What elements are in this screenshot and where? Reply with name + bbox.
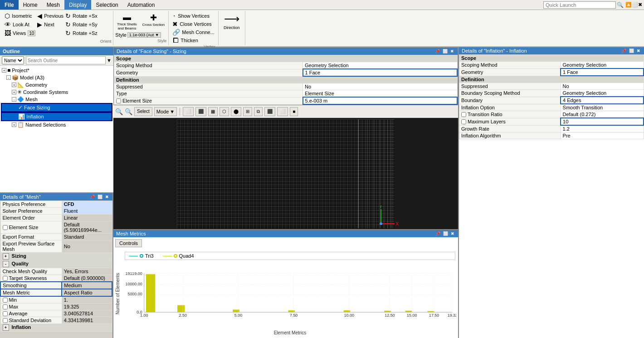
transition-checkbox[interactable] <box>461 112 466 117</box>
ribbon-show-vertices[interactable]: ⬝ Show Vertices <box>171 12 210 20</box>
ribbon-cross-section-btn[interactable]: ✚ Cross Section <box>140 12 166 28</box>
face-sizing-elem-size-checkbox[interactable] <box>116 98 121 103</box>
element-size-value[interactable]: Default (5.590169944e... <box>62 221 112 234</box>
icon-btn-8[interactable]: ⬛ <box>264 107 275 116</box>
zoom-in-icon[interactable]: 🔍 <box>115 108 123 115</box>
mode-dropdown[interactable]: Mode ▼ <box>154 107 177 116</box>
inflation-suppressed-value[interactable]: No <box>561 83 644 90</box>
physics-pref-value[interactable]: CFD <box>62 201 112 208</box>
zoom-out-icon[interactable]: 🔍 <box>125 108 132 115</box>
tree-item-project[interactable]: + ■ Project* <box>1 67 112 74</box>
ribbon-thick-shells-btn[interactable]: ▬ Thick Shells and Beams <box>115 12 138 31</box>
min-checkbox[interactable] <box>3 298 8 303</box>
max-value[interactable]: 19.325 <box>62 304 112 310</box>
ribbon-previous[interactable]: ◀ Previous <box>36 12 64 20</box>
sizing-collapse-btn[interactable]: + <box>3 253 9 260</box>
menu-selection[interactable]: Selection <box>91 0 122 10</box>
mesh-expand[interactable]: - <box>12 97 16 102</box>
model-expand[interactable]: - <box>6 75 11 80</box>
ribbon-next[interactable]: ▶ Next <box>36 20 64 29</box>
inflation-boundary-value[interactable]: 4 Edges <box>561 97 644 104</box>
mesh-metrics-pin[interactable]: 📌 <box>434 231 441 236</box>
target-skewness-value[interactable]: Default (0.900000) <box>62 275 112 282</box>
ribbon-look-at[interactable]: 👁 Look At <box>4 20 36 29</box>
menu-mesh[interactable]: Mesh <box>42 0 64 10</box>
mesh-metric-value[interactable]: Aspect Ratio <box>62 289 112 296</box>
restore-icon[interactable]: ⬜ <box>632 2 638 8</box>
export-format-value[interactable]: Standard <box>62 234 112 240</box>
ribbon-close-vertices[interactable]: ✖ Close Vertices <box>171 20 212 28</box>
tree-item-named-sel[interactable]: + 📋 Named Selections <box>1 121 112 128</box>
icon-btn-10[interactable]: ■ <box>290 107 298 116</box>
face-sizing-geo-value[interactable]: 1 Face <box>303 69 457 76</box>
quick-launch-input[interactable] <box>543 1 616 9</box>
named-sel-expand[interactable]: + <box>12 122 16 127</box>
quality-collapse-btn[interactable]: - <box>3 261 9 267</box>
tree-item-inflation[interactable]: 📊 Inflation <box>1 112 112 121</box>
solver-pref-value[interactable]: Fluent <box>62 208 112 215</box>
ribbon-mesh-connections[interactable]: 🔗 Mesh Conne... <box>171 28 215 36</box>
inflation-growth-value[interactable]: 1.2 <box>561 125 644 132</box>
target-skewness-checkbox[interactable] <box>3 276 8 281</box>
icon-btn-3[interactable]: ▦ <box>208 107 218 116</box>
details-mesh-close-icon[interactable]: ✖ <box>104 195 110 199</box>
mesh-metrics-close[interactable]: ✖ <box>450 231 455 236</box>
viewport[interactable]: 0.000 0.300 0.600 (m) 0.150 0.450 <box>113 118 458 229</box>
ribbon-thicken[interactable]: ⧠ Thicken <box>171 36 199 44</box>
geometry-expand[interactable]: + <box>12 83 16 87</box>
element-size-checkbox[interactable] <box>3 225 8 230</box>
inflation-float[interactable]: ⬜ <box>628 49 635 53</box>
controls-button[interactable]: Controls <box>115 239 142 247</box>
icon-btn-1[interactable]: ⬜ <box>183 107 194 116</box>
ribbon-rotate-sx[interactable]: ↻ Rotate +Sx <box>64 12 98 20</box>
tree-item-face-sizing[interactable]: ✓ Face Sizing <box>1 103 112 112</box>
inflation-option-value[interactable]: Smooth Transition <box>561 104 644 111</box>
icon-btn-9[interactable]: ⬜ <box>277 107 288 116</box>
tree-item-mesh[interactable]: - 🔷 Mesh <box>1 96 112 103</box>
std-dev-checkbox[interactable] <box>3 318 8 323</box>
average-value[interactable]: 3.040527814 <box>62 310 112 317</box>
inflation-collapse-btn[interactable]: + <box>3 324 9 331</box>
face-sizing-pin[interactable]: 📌 <box>434 49 441 54</box>
ribbon-views[interactable]: 🖼 Views 10 <box>4 29 36 37</box>
inflation-geo-value[interactable]: 1 Face <box>561 69 644 76</box>
close-icon[interactable]: ✖ <box>638 2 642 8</box>
face-sizing-elem-size-value[interactable]: 5.e-003 m <box>303 97 457 104</box>
icon-btn-4[interactable]: ⬡ <box>220 107 229 116</box>
tree-item-geometry[interactable]: + 📐 Geometry <box>1 81 112 88</box>
icon-btn-5[interactable]: ⬤ <box>231 107 241 116</box>
average-checkbox[interactable] <box>3 311 8 316</box>
menu-file[interactable]: File <box>0 0 19 10</box>
menu-automation[interactable]: Automation <box>123 0 160 10</box>
inflation-bnd-scoping-value[interactable]: Geometry Selection <box>561 90 644 97</box>
mesh-metrics-float[interactable]: ⬜ <box>442 231 449 236</box>
tree-item-coord-sys[interactable]: + ✳ Coordinate Systems <box>1 88 112 96</box>
inflation-transition-value[interactable]: Default (0.272) <box>561 111 644 118</box>
icon-btn-2[interactable]: ⬛ <box>195 107 206 116</box>
face-sizing-close[interactable]: ✖ <box>449 49 455 54</box>
ribbon-direction-btn[interactable]: ⟶ Direction <box>220 12 243 31</box>
icon-btn-7[interactable]: ⧉ <box>254 107 263 116</box>
coord-expand[interactable]: + <box>12 90 16 94</box>
ribbon-rotate-sz[interactable]: ↻ Rotate +Sz <box>64 29 98 37</box>
smoothing-value[interactable]: Medium <box>62 282 112 289</box>
face-sizing-float[interactable]: ⬜ <box>442 49 449 54</box>
element-order-value[interactable]: Linear <box>62 215 112 221</box>
inflation-max-layers-value[interactable]: 10 <box>561 118 644 125</box>
icon-btn-6[interactable]: ⊞ <box>243 107 252 116</box>
project-expand[interactable]: + <box>2 68 6 73</box>
face-sizing-type-value[interactable]: Element Size <box>303 90 457 98</box>
max-layers-checkbox[interactable] <box>461 119 466 124</box>
ribbon-isometric[interactable]: ⬡ Isometric <box>4 12 36 20</box>
inflation-scoping-value[interactable]: Geometry Selection <box>561 62 644 69</box>
outline-name-select[interactable]: Name <box>2 56 24 64</box>
min-value[interactable]: 1. <box>62 296 112 304</box>
menu-home[interactable]: Home <box>19 0 42 10</box>
select-btn[interactable]: Select <box>134 107 152 116</box>
menu-display[interactable]: Display <box>64 0 91 10</box>
inflation-pin[interactable]: 📌 <box>620 49 627 53</box>
check-mesh-value[interactable]: Yes, Errors <box>62 268 112 275</box>
inflation-close[interactable]: ✖ <box>636 49 641 53</box>
inflation-algo-value[interactable]: Pre <box>561 132 644 139</box>
details-mesh-float-icon[interactable]: ⬜ <box>97 195 103 199</box>
